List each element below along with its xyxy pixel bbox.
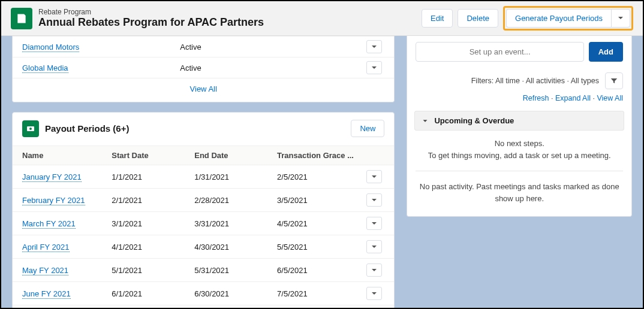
period-link[interactable]: April FY 2021 (22, 243, 70, 252)
caret-down-icon (618, 15, 624, 21)
period-start: 5/1/2021 (112, 266, 194, 275)
period-start: 4/1/2021 (112, 243, 194, 252)
period-start: 2/1/2021 (112, 196, 194, 205)
caret-down-icon (371, 244, 377, 250)
row-actions-button[interactable] (366, 40, 382, 53)
caret-down-icon (371, 65, 377, 71)
row-actions-button[interactable] (366, 240, 382, 253)
period-end: 1/31/2021 (194, 172, 277, 181)
caret-down-icon (371, 290, 377, 296)
caret-down-icon (371, 197, 377, 203)
table-header: Name Start Date End Date Transaction Gra… (13, 146, 394, 165)
period-grace: 5/5/2021 (277, 243, 366, 252)
table-row: February FY 2021 2/1/2021 2/28/2021 3/5/… (13, 189, 394, 212)
svg-point-1 (29, 128, 32, 130)
member-row: Global Media Active (13, 57, 394, 78)
members-card: Diamond Motors Active Global Media Activ… (12, 36, 395, 102)
caret-down-icon (371, 220, 377, 226)
generate-payout-periods-button[interactable]: Generate Payout Periods (506, 9, 611, 28)
member-row: Diamond Motors Active (13, 36, 394, 57)
period-end: 2/28/2021 (194, 196, 277, 205)
period-start: 1/1/2021 (112, 172, 194, 181)
period-grace: 6/5/2021 (277, 266, 366, 275)
member-status: Active (180, 43, 366, 51)
period-grace: 7/5/2021 (277, 289, 366, 298)
member-link[interactable]: Diamond Motors (22, 43, 79, 52)
payout-periods-card: Payout Periods (6+) New Name Start Date … (12, 112, 395, 309)
caret-down-icon (371, 174, 377, 180)
page-header: Rebate Program Annual Rebates Program fo… (1, 1, 643, 36)
view-all-activity-link[interactable]: View All (597, 94, 623, 102)
page-title: Annual Rebates Program for APAC Partners (38, 16, 422, 29)
highlighted-action: Generate Payout Periods (503, 6, 633, 31)
funnel-icon (610, 77, 618, 85)
object-label: Rebate Program (38, 8, 422, 16)
event-input[interactable] (416, 42, 583, 62)
caret-down-icon (371, 44, 377, 50)
payout-periods-icon (22, 120, 39, 137)
period-start: 6/1/2021 (112, 289, 194, 298)
col-end: End Date (194, 151, 277, 160)
row-actions-button[interactable] (366, 287, 382, 300)
period-grace: 2/5/2021 (277, 172, 366, 181)
delete-button[interactable]: Delete (458, 9, 498, 28)
row-actions-button[interactable] (366, 263, 382, 277)
filter-button[interactable] (605, 72, 623, 89)
period-end: 4/30/2021 (194, 243, 277, 252)
period-link[interactable]: February FY 2021 (22, 196, 85, 205)
table-row: January FY 2021 1/1/2021 1/31/2021 2/5/2… (13, 165, 394, 189)
add-event-button[interactable]: Add (589, 42, 623, 62)
period-end: 5/31/2021 (194, 266, 277, 275)
upcoming-overdue-header[interactable]: Upcoming & Overdue (414, 111, 624, 131)
table-row: March FY 2021 3/1/2021 3/31/2021 4/5/202… (13, 212, 394, 235)
period-grace: 3/5/2021 (277, 196, 366, 205)
no-past-activity: No past activity. Past meetings and task… (416, 181, 623, 204)
filters-text: Filters: All time · All activities · All… (471, 77, 599, 85)
period-link[interactable]: June FY 2021 (22, 289, 71, 299)
row-actions-button[interactable] (366, 61, 382, 74)
no-next-steps: No next steps. To get things moving, add… (416, 138, 623, 161)
edit-button[interactable]: Edit (422, 9, 453, 28)
row-actions-button[interactable] (366, 193, 382, 207)
period-link[interactable]: January FY 2021 (22, 172, 82, 182)
payout-periods-title: Payout Periods (6+) (45, 123, 351, 134)
period-end: 6/30/2021 (194, 289, 277, 298)
member-status: Active (180, 63, 366, 72)
rebate-program-icon (11, 8, 32, 29)
col-name: Name (22, 151, 112, 160)
table-row: April FY 2021 4/1/2021 4/30/2021 5/5/202… (13, 235, 394, 259)
chevron-down-icon (421, 117, 429, 125)
new-period-button[interactable]: New (351, 120, 384, 137)
col-start: Start Date (112, 151, 194, 160)
member-link[interactable]: Global Media (22, 63, 68, 73)
view-all-members-link[interactable]: View All (190, 84, 217, 93)
activity-card: Add Filters: All time · All activities ·… (407, 36, 632, 217)
more-actions-button[interactable] (611, 9, 630, 28)
table-row: June FY 2021 6/1/2021 6/30/2021 7/5/2021 (13, 282, 394, 305)
period-start: 3/1/2021 (112, 219, 194, 228)
row-actions-button[interactable] (366, 217, 382, 230)
expand-all-link[interactable]: Expand All (555, 94, 591, 102)
row-actions-button[interactable] (366, 170, 382, 183)
refresh-link[interactable]: Refresh (523, 94, 549, 102)
period-link[interactable]: May FY 2021 (22, 266, 68, 275)
caret-down-icon (371, 267, 377, 273)
period-link[interactable]: March FY 2021 (22, 219, 76, 229)
period-grace: 4/5/2021 (277, 219, 366, 228)
period-end: 3/31/2021 (194, 219, 277, 228)
col-grace: Transaction Grace ... (277, 151, 366, 160)
table-row: May FY 2021 5/1/2021 5/31/2021 6/5/2021 (13, 259, 394, 282)
